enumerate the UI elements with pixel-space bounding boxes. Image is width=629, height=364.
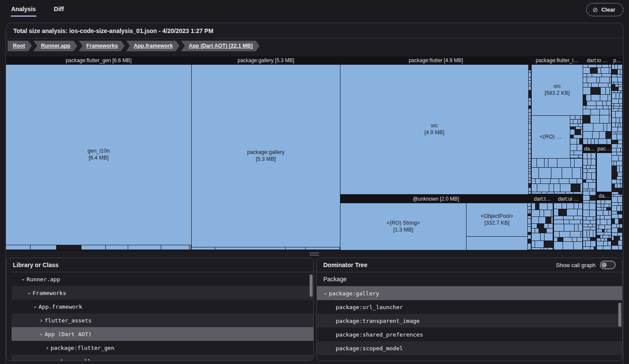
treemap-micro-cell xyxy=(572,238,577,241)
treemap-micro-cell xyxy=(567,203,574,209)
treemap-micro-cell xyxy=(602,229,604,232)
tree-row[interactable]: ⌄package:gallery xyxy=(317,286,622,300)
treemap-micro-cell xyxy=(570,129,575,135)
split-drag-handle[interactable] xyxy=(6,250,623,258)
treemap-micro-cell xyxy=(563,242,573,250)
chevron-down-icon[interactable]: ⌄ xyxy=(322,289,329,296)
treemap-mosaic[interactable] xyxy=(612,65,623,250)
treemap-micro-cell xyxy=(608,241,611,246)
treemap-mosaic[interactable] xyxy=(6,245,191,250)
chevron-right-icon[interactable]: › xyxy=(44,344,51,351)
treemap-micro-cell xyxy=(577,144,582,150)
tab-analysis[interactable]: Analysis xyxy=(11,4,36,17)
treemap-micro-cell xyxy=(591,109,599,115)
tree-row[interactable]: package:scoped_model xyxy=(317,341,622,355)
treemap-micro-cell xyxy=(601,68,609,73)
treemap-section-header[interactable]: pac… xyxy=(597,145,611,153)
treemap-section-header[interactable]: p… xyxy=(612,56,623,64)
tree-row[interactable]: ›flutter_assets xyxy=(12,313,313,327)
tree-row[interactable]: package:shared_preferences xyxy=(317,328,622,341)
tree-row-label: App (Dart AOT) xyxy=(45,331,92,337)
treemap-micro-cell xyxy=(528,224,531,226)
tree-row[interactable]: ⌄package:gallery xyxy=(12,355,313,361)
treemap-cell[interactable]: <(RO) … xyxy=(532,116,570,158)
treemap-micro-cell xyxy=(620,224,622,228)
treemap-cell[interactable]: gen_l10n[6.4 MB] xyxy=(6,65,191,245)
treemap-section-header[interactable]: package:flutter_gen [6.6 MB] xyxy=(6,56,191,64)
treemap-cell[interactable] xyxy=(597,153,611,192)
treemap-micro-cell xyxy=(529,122,531,123)
tree-row[interactable]: ›package:flutter_gen xyxy=(12,341,313,355)
treemap-mosaic[interactable] xyxy=(529,65,531,194)
treemap-mosaic[interactable] xyxy=(583,153,596,250)
tree-row[interactable]: package:url_launcher xyxy=(317,300,622,314)
treemap-micro-cell xyxy=(605,229,607,232)
chevron-right-icon[interactable]: › xyxy=(38,316,45,324)
treemap-micro-cell xyxy=(616,111,622,117)
treemap-mosaic[interactable] xyxy=(583,65,611,144)
treemap-micro-cell xyxy=(612,219,614,224)
treemap-micro-cell xyxy=(618,109,622,111)
treemap-micro-cell xyxy=(557,159,570,167)
treemap-mosaic[interactable] xyxy=(528,203,531,250)
chevron-down-icon[interactable]: ⌄ xyxy=(32,303,39,309)
chevron-down-icon[interactable]: ⌄ xyxy=(44,358,51,361)
treemap-micro-cell xyxy=(190,245,191,250)
treemap-micro-cell xyxy=(612,197,617,202)
treemap-section-header[interactable]: package:flutter_l… xyxy=(532,56,583,64)
treemap-micro-cell xyxy=(608,106,611,109)
tree-row[interactable]: ⌄App.framework xyxy=(12,300,313,313)
treemap-cell[interactable] xyxy=(466,237,527,250)
chevron-down-icon[interactable]: ⌄ xyxy=(20,275,27,282)
treemap-section-header[interactable]: dart:ui … xyxy=(554,195,583,203)
treemap-cell[interactable]: <(RO) String>[1.3 MB] xyxy=(340,203,466,250)
treemap-cell[interactable]: <ObjectPool>[332.7 KB] xyxy=(466,203,527,236)
tree-row[interactable]: package:transparent_image xyxy=(317,314,622,328)
treemap-micro-cell xyxy=(554,216,563,220)
treemap-mosaic[interactable] xyxy=(554,203,583,250)
treemap-cell[interactable]: src[583.2 KB] xyxy=(532,65,583,115)
treemap-micro-cell xyxy=(583,183,588,189)
treemap-micro-cell xyxy=(614,104,620,106)
show-call-graph-control: Show call graph xyxy=(556,261,616,269)
treemap-micro-cell xyxy=(595,139,598,144)
treemap-micro-cell xyxy=(599,83,608,87)
breadcrumb-item[interactable]: Frameworks xyxy=(78,41,125,51)
treemap-mosaic[interactable] xyxy=(532,159,583,194)
treemap-section-header[interactable]: dart:io … xyxy=(583,56,611,64)
treemap-section-header[interactable]: da… xyxy=(583,145,596,153)
treemap[interactable]: package:flutter_gen [6.6 MB]package:gall… xyxy=(6,56,623,250)
library-scrollbar-thumb[interactable] xyxy=(310,274,313,297)
breadcrumb-item[interactable]: Runner.app xyxy=(33,41,77,51)
show-call-graph-toggle[interactable] xyxy=(600,261,616,269)
toggle-knob-icon xyxy=(602,262,607,268)
treemap-micro-cell xyxy=(577,138,579,144)
clear-button[interactable]: ⊘ Clear xyxy=(586,3,623,16)
treemap-section-header[interactable]: package:gallery [5.3 MB] xyxy=(192,56,340,64)
treemap-micro-cell xyxy=(614,161,616,165)
treemap-section-header[interactable]: dart:t… xyxy=(532,195,553,203)
treemap-cell[interactable]: src[4.9 MB] xyxy=(340,65,528,194)
treemap-section-header[interactable]: package:flutter [4.9 MB] xyxy=(340,56,531,64)
treemap-section-header[interactable]: da… xyxy=(597,192,611,200)
tree-row[interactable]: ⌄App (Dart AOT) xyxy=(12,327,313,341)
chevron-down-icon[interactable]: ⌄ xyxy=(38,330,45,337)
tab-diff[interactable]: Diff xyxy=(54,4,64,17)
treemap-mosaic[interactable] xyxy=(532,203,553,250)
breadcrumb-item[interactable]: App (Dart AOT) [22.1 MB] xyxy=(181,41,260,51)
dominator-scrollbar-thumb[interactable] xyxy=(618,303,621,327)
tree-row[interactable]: ⌄Frameworks xyxy=(12,286,313,300)
treemap-mosaic[interactable] xyxy=(570,116,583,158)
treemap-micro-cell xyxy=(591,87,600,94)
chevron-down-icon[interactable]: ⌄ xyxy=(26,289,33,295)
breadcrumb-item[interactable]: App.framework xyxy=(126,41,180,51)
treemap-micro-cell xyxy=(608,95,611,101)
treemap-micro-cell xyxy=(592,74,602,77)
breadcrumb-item[interactable]: Root xyxy=(8,41,32,51)
tree-row[interactable]: ⌄Runner.app xyxy=(12,272,313,286)
treemap-mosaic[interactable] xyxy=(192,247,340,250)
treemap-section-header[interactable]: @unknown [2.0 MB] xyxy=(340,195,531,203)
treemap-cell[interactable]: package:gallery[5.3 MB] xyxy=(192,65,340,247)
treemap-mosaic[interactable] xyxy=(597,200,611,250)
treemap-micro-cell xyxy=(529,172,531,174)
